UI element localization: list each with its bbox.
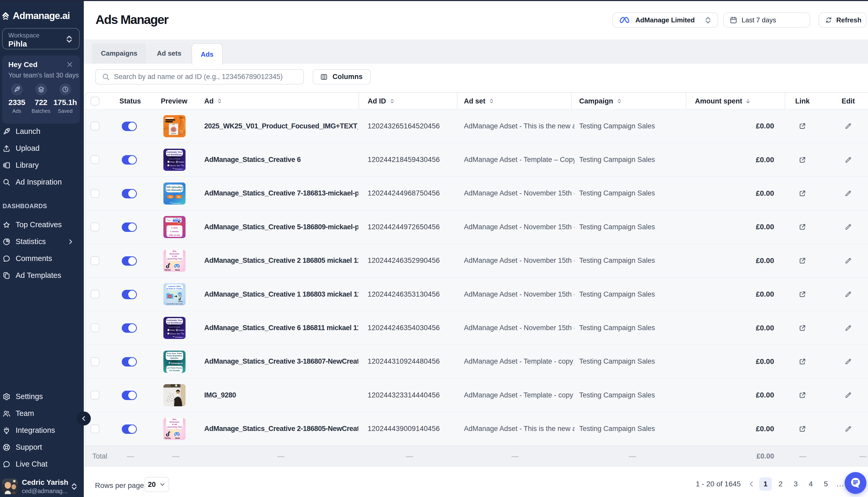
column-header-amount-spent[interactable]: Amount spent <box>695 93 751 110</box>
sidebar-item-top-creatives[interactable]: Top Creatives <box>0 216 84 233</box>
sidebar-item-library[interactable]: Library <box>0 157 84 174</box>
status-toggle-on[interactable] <box>122 323 137 333</box>
edit-pencil-icon[interactable] <box>840 379 856 412</box>
sidebar-item-ad-inspiration[interactable]: Ad Inspiration <box>0 174 84 190</box>
sidebar-item-settings[interactable]: Settings <box>0 388 84 405</box>
status-toggle-on[interactable] <box>122 122 137 131</box>
ad-preview-thumbnail[interactable]: 90%Reductionin AdLaunching TimeTikTokMet… <box>163 250 185 272</box>
row-checkbox[interactable] <box>91 323 99 332</box>
sidebar-item-upload[interactable]: Upload <box>0 140 84 157</box>
row-checkbox[interactable] <box>91 155 99 164</box>
external-link-icon[interactable] <box>795 177 810 210</box>
row-checkbox[interactable] <box>91 189 99 198</box>
sidebar-collapse-button[interactable] <box>77 411 91 426</box>
external-link-icon[interactable] <box>795 345 810 378</box>
row-checkbox[interactable] <box>91 256 99 265</box>
row-checkbox[interactable] <box>91 425 99 433</box>
edit-pencil-icon[interactable] <box>840 345 856 378</box>
ad-name[interactable]: 2025_WK25_V01_Product_Focused_IMG+TEXT_G… <box>204 110 358 143</box>
external-link-icon[interactable] <box>795 379 810 412</box>
row-checkbox[interactable] <box>91 391 99 399</box>
edit-pencil-icon[interactable] <box>840 311 856 344</box>
user-menu[interactable]: Cedric Yarish ced@admanag... <box>2 478 80 495</box>
status-toggle-on[interactable] <box>122 357 137 367</box>
edit-pencil-icon[interactable] <box>840 244 856 278</box>
edit-pencil-icon[interactable] <box>840 210 856 244</box>
prev-page-chevron-icon[interactable] <box>746 480 757 488</box>
external-link-icon[interactable] <box>795 412 810 445</box>
page-5[interactable]: 5 <box>819 477 832 491</box>
sidebar-item-support[interactable]: Support <box>0 439 84 456</box>
ad-preview-thumbnail[interactable] <box>163 384 185 406</box>
external-link-icon[interactable] <box>795 210 810 244</box>
ad-name[interactable]: AdManage_Statics_Creative 7-186813-micka… <box>204 177 358 210</box>
external-link-icon[interactable] <box>795 244 810 278</box>
select-all-checkbox[interactable] <box>91 97 99 105</box>
ad-preview-thumbnail[interactable]: Launch 100sof Ads in <1min.TIKMetaTikTok… <box>163 283 185 306</box>
row-checkbox[interactable] <box>91 290 99 299</box>
ad-preview-thumbnail[interactable]: GLP-1PatchesFind outmore onour site <box>163 115 185 137</box>
sidebar-item-statistics[interactable]: Statistics <box>0 233 84 250</box>
sidebar-item-live-chat[interactable]: Live Chat <box>0 456 84 472</box>
account-selector[interactable]: AdManage Limited <box>612 13 718 28</box>
ad-preview-thumbnail[interactable]: Free Your TeamFrom RepetitiveUploads.Adm… <box>163 351 185 373</box>
ad-name[interactable]: AdManage_Statics_Creative 2-186805-NewCr… <box>204 412 358 445</box>
close-icon[interactable] <box>66 61 73 68</box>
workspace-selector[interactable]: Workspace Pihla <box>2 28 80 49</box>
column-header-ad-set[interactable]: Ad set <box>464 93 495 110</box>
status-toggle-on[interactable] <box>122 425 137 434</box>
search-input[interactable] <box>114 73 303 81</box>
page-4[interactable]: 4 <box>804 477 817 491</box>
columns-button[interactable]: Columns <box>313 69 371 84</box>
rows-per-page-select[interactable]: 20 <box>144 477 169 492</box>
status-toggle-on[interactable] <box>122 223 137 232</box>
page-2[interactable]: 2 <box>774 477 787 491</box>
ad-name[interactable]: AdManage_Statics_Creative 3-186807-NewCr… <box>204 345 358 378</box>
status-toggle-on[interactable] <box>122 256 137 266</box>
brand[interactable]: Admanage.ai <box>2 10 70 21</box>
external-link-icon[interactable] <box>795 110 810 143</box>
tab-ads[interactable]: Ads <box>192 43 223 66</box>
ad-name[interactable]: AdManage_Statics_Creative 5-186809-micka… <box>204 210 358 244</box>
column-header-status[interactable]: Status <box>120 93 141 110</box>
ad-preview-thumbnail[interactable]: Launch ads1 click1 minute100s of ads <box>163 216 185 238</box>
column-header-preview[interactable]: Preview <box>161 93 187 110</box>
sidebar-item-launch[interactable]: Launch <box>0 123 84 140</box>
edit-pencil-icon[interactable] <box>840 177 856 210</box>
ad-name[interactable]: AdManage_Statics_Creative 1 186803 micka… <box>204 278 358 311</box>
row-checkbox[interactable] <box>91 223 99 231</box>
sidebar-item-integrations[interactable]: Integrations <box>0 422 84 439</box>
edit-pencil-icon[interactable] <box>840 110 856 143</box>
edit-pencil-icon[interactable] <box>840 412 856 445</box>
status-toggle-on[interactable] <box>122 155 137 165</box>
ad-name[interactable]: AdManage_Statics_Creative 6 186811 micka… <box>204 311 358 344</box>
page-3[interactable]: 3 <box>789 477 802 491</box>
ad-name[interactable]: IMG_9280 <box>204 379 358 412</box>
page-1[interactable]: 1 <box>759 477 772 491</box>
ad-preview-thumbnail[interactable]: Automate YourAd WorkflowsConnect All Cha… <box>163 149 185 171</box>
column-header-ad-id[interactable]: Ad ID <box>368 93 396 110</box>
external-link-icon[interactable] <box>795 311 810 344</box>
edit-pencil-icon[interactable] <box>840 278 856 311</box>
tab-ad-sets[interactable]: Ad sets <box>148 43 191 64</box>
sidebar-item-comments[interactable]: Comments <box>0 250 84 267</box>
refresh-button[interactable]: Refresh <box>818 13 866 28</box>
sidebar-item-ad-templates[interactable]: Ad Templates <box>0 267 84 284</box>
live-chat-fab[interactable] <box>844 472 866 494</box>
row-checkbox[interactable] <box>91 357 99 366</box>
ad-name[interactable]: AdManage_Statics_Creative 2 186805 micka… <box>204 244 358 278</box>
edit-pencil-icon[interactable] <box>840 143 856 176</box>
sidebar-item-team[interactable]: Team <box>0 405 84 422</box>
ad-preview-thumbnail[interactable]: Automate YourAd WorkflowsConnect All Cha… <box>163 317 185 339</box>
tab-campaigns[interactable]: Campaigns <box>92 43 147 64</box>
ad-name[interactable]: AdManage_Statics_Creative 6 <box>204 143 358 176</box>
ad-preview-thumbnail[interactable]: Still UploadingAds Manually?YesNoAdmanag… <box>163 183 185 204</box>
status-toggle-on[interactable] <box>122 290 137 299</box>
external-link-icon[interactable] <box>795 278 810 311</box>
column-header-ad[interactable]: Ad <box>204 93 223 110</box>
column-header-campaign[interactable]: Campaign <box>579 93 623 110</box>
date-range-picker[interactable]: Last 7 days <box>724 13 810 28</box>
row-checkbox[interactable] <box>91 122 99 130</box>
status-toggle-on[interactable] <box>122 189 137 198</box>
status-toggle-on[interactable] <box>122 391 137 400</box>
